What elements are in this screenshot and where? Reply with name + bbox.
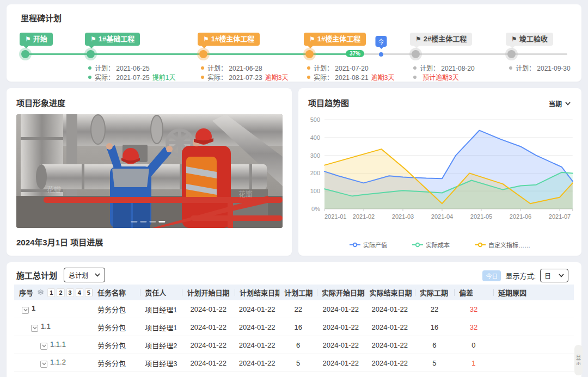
table-cell: 2024-01-22 [317, 341, 364, 349]
milestone-detail-row: 实际： 2021-07-23逾期3天 [201, 72, 321, 82]
column-header-label: 序号 [19, 287, 33, 298]
table-row[interactable]: 1劳务分包项目经理12024-01-222024-01-22222024-01-… [14, 300, 574, 318]
row-expander[interactable] [22, 307, 29, 314]
svg-text:2021-02: 2021-02 [353, 213, 375, 220]
table-cell: 32 [454, 305, 493, 313]
table-cell: 6 [279, 341, 317, 349]
milestone-node[interactable] [507, 50, 516, 58]
column-header: 序号12345 [14, 285, 93, 300]
milestone-detail-text: 计划： 2021-07-20 [314, 63, 369, 72]
table-cell: 项目经理1 [140, 322, 182, 332]
milestone-detail-row: 实际： 2021-08-21逾期3天 [307, 72, 427, 82]
carousel-indicator[interactable] [131, 221, 165, 223]
milestone-delay-note: 提前1天 [152, 72, 176, 82]
milestone-detail-text: 实际： 2021-07-25 [95, 72, 150, 82]
carousel-dash[interactable] [149, 221, 156, 223]
svg-text:500: 500 [310, 116, 320, 123]
table-cell: 2024-01-22 [317, 305, 364, 313]
expand-level-button[interactable]: 4 [76, 288, 83, 297]
column-header-label: 实际结束日期 [369, 287, 412, 298]
milestone-details: 计划： 2021-06-25实际： 2021-07-25提前1天 [88, 63, 208, 82]
legend-label: 实际成本 [426, 240, 450, 249]
table-cell: 6 [415, 341, 454, 349]
svg-text:2021-04: 2021-04 [431, 213, 453, 220]
column-header: 实际开始日期 [317, 285, 364, 300]
expand-level-button[interactable]: 2 [57, 288, 64, 297]
carousel-dash[interactable] [140, 221, 146, 223]
column-header: 实际工期 [415, 285, 454, 300]
visual-progress-card: 项目形象进度 [7, 88, 292, 256]
table-cell: 16 [279, 323, 317, 331]
bullet-dot [88, 66, 91, 70]
flag-icon: ⚑ [90, 35, 96, 43]
carousel-dash[interactable] [158, 221, 165, 223]
bullet-dot [88, 76, 91, 79]
project-photo[interactable]: 花瓣 花瓣 [16, 114, 283, 228]
period-select[interactable]: 当期 [549, 99, 571, 108]
visual-progress-title: 项目形象进度 [16, 97, 65, 108]
row-expander[interactable] [40, 343, 47, 350]
table-cell: 2024-01-22 [364, 359, 415, 367]
flag-icon: ⚑ [309, 35, 315, 43]
milestone-detail-text: 计划： 2021-09-30 [516, 63, 571, 72]
table-row[interactable]: 1.1.1劳务分包项目经理22024-01-222024-01-2262024-… [14, 336, 574, 354]
table-row[interactable]: 1.1.2劳务分包项目经理32024-01-222024-01-2252024-… [14, 354, 574, 372]
column-header: 偏差 [454, 285, 493, 300]
table-cell: 0 [454, 341, 493, 349]
milestone-node[interactable] [305, 50, 314, 58]
chevron-down-icon [565, 102, 571, 106]
milestone-node[interactable] [412, 50, 420, 58]
row-expander[interactable] [40, 361, 47, 368]
svg-text:2021-03: 2021-03 [392, 213, 414, 220]
milestone-label[interactable]: ⚑2#楼主体工程 [410, 33, 472, 46]
milestone-detail-row: 实际： 2021-07-25提前1天 [88, 72, 208, 82]
legend-item[interactable]: 实际产值 [350, 240, 387, 249]
display-mode-select[interactable]: 日 [540, 269, 568, 282]
legend-item[interactable]: 自定义指标…… [475, 240, 530, 249]
column-header-label: 偏差 [459, 287, 473, 298]
table-row[interactable]: 1.1劳务分包项目经理12024-01-222024-01-22162024-0… [14, 318, 574, 336]
milestone-label[interactable]: ⚑1#楼主体工程 [304, 33, 366, 46]
milestone-label[interactable]: ⚑竣工验收 [506, 33, 553, 46]
milestone-label[interactable]: ⚑1#楼主体工程 [198, 33, 260, 46]
table-cell: 2024-01-22 [317, 359, 364, 367]
photo-watermark: 花瓣 [47, 184, 61, 194]
column-header-label: 计划工期 [284, 287, 313, 298]
expand-level-button[interactable]: 5 [85, 288, 93, 297]
row-expander[interactable] [31, 325, 38, 332]
milestone-node[interactable] [87, 50, 95, 58]
table-cell: 劳务分包 [93, 322, 140, 332]
side-collapse-tab-label: 显示 [575, 355, 582, 366]
bullet-dot [307, 66, 310, 70]
milestone-delay-note: 逾期3天 [265, 72, 289, 82]
column-header: 计划工期 [279, 285, 317, 300]
table-cell: 2024-01-22 [182, 359, 235, 367]
legend-item[interactable]: 实际成本 [412, 240, 450, 249]
milestone-label[interactable]: ⚑1#基础工程 [85, 33, 140, 46]
column-header: 任务名称 [93, 285, 140, 300]
bullet-dot [413, 66, 416, 70]
row-id: 1.1.1 [50, 340, 66, 348]
milestone-node[interactable] [21, 50, 29, 58]
progress-percent-badge: 37% [346, 50, 364, 57]
row-id: 1 [32, 304, 35, 312]
carousel-dash[interactable] [131, 221, 137, 223]
expand-level-button[interactable]: 1 [47, 288, 55, 297]
legend-marker-icon [475, 242, 486, 248]
svg-text:0%: 0% [311, 206, 320, 212]
milestone-node[interactable] [199, 50, 207, 58]
plan-type-select[interactable]: 总计划 [64, 268, 105, 282]
today-jump-badge[interactable]: 今日 [482, 270, 501, 281]
today-badge[interactable]: 今 [376, 36, 387, 47]
legend-label: 自定义指标…… [488, 240, 530, 249]
column-header: 计划结束日期 [235, 285, 279, 300]
svg-text:100: 100 [310, 188, 320, 194]
side-collapse-tab[interactable]: 显示 [574, 345, 583, 375]
svg-text:300: 300 [310, 152, 320, 159]
table-cell: 2024-01-22 [235, 305, 279, 313]
expand-level-button[interactable]: 3 [66, 288, 74, 297]
legend-marker-icon [412, 242, 423, 248]
milestone-label[interactable]: ⚑开始 [20, 33, 53, 46]
chevron-down-icon [559, 274, 564, 277]
bullet-dot [201, 66, 204, 70]
